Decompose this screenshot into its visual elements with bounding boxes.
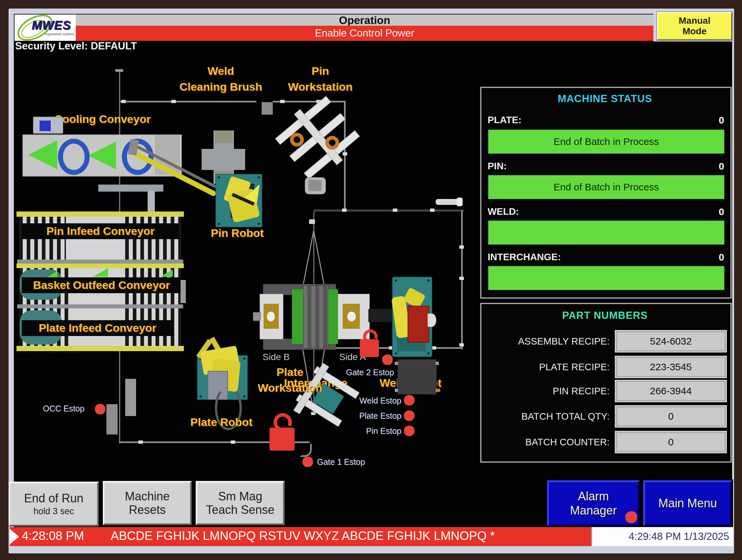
fence-post [393, 209, 398, 212]
fence-post [342, 209, 347, 212]
conveyor-rail [16, 264, 184, 268]
conveyor-bracket [180, 280, 186, 303]
interchange-column [303, 285, 328, 348]
fence-post [231, 440, 235, 444]
side-a-part [347, 312, 356, 322]
cabinet-foot [395, 389, 398, 392]
weld-estop-label: Weld Estop [356, 396, 401, 405]
gate-door-2 [125, 379, 136, 416]
assembly-recipe-value[interactable]: 524-6032 [615, 330, 727, 352]
status-row-bar [488, 266, 725, 290]
machine-resets-button[interactable]: Machine Resets [103, 481, 192, 525]
page-title: Operation [76, 14, 653, 26]
basket-outfeed-label: Basket Outfeed Conveyor [22, 277, 181, 293]
occ-estop-icon [95, 404, 105, 414]
security-level-text: Security Level: DEFAULT [15, 40, 137, 52]
gate1-estop-icon [303, 457, 313, 467]
recipe-row-label: PLATE RECIPE: [484, 362, 610, 373]
fence-post [171, 100, 176, 103]
pin-infeed-label: Pin Infeed Conveyor [22, 223, 179, 239]
batch-counter-value[interactable]: 0 [615, 431, 727, 453]
side-b-part [267, 312, 275, 322]
gate2-estop-icon [382, 354, 393, 365]
cabinet-foot [436, 389, 440, 392]
conveyor-divider [17, 260, 183, 264]
main-menu-button[interactable]: Main Menu [643, 480, 732, 526]
conveyor-direction-arrow-icon [88, 142, 116, 169]
fence-post [121, 100, 126, 103]
interchange-endcap [253, 312, 261, 321]
alarm-manager-label: Alarm Manager [562, 489, 625, 517]
status-row-bar [488, 220, 725, 245]
status-row-count: 0 [692, 161, 724, 172]
control-power-banner: Enable Control Power [76, 26, 653, 41]
ibeam-flange [98, 184, 163, 192]
weld-brush-pad [215, 130, 232, 143]
gate1-estop-label: Gate 1 Estop [317, 457, 365, 467]
pin-robot-label: Pin Robot [206, 227, 269, 239]
alarm-arrow-icon [10, 529, 19, 544]
plate-robot-label: Plate Robot [182, 416, 261, 428]
manual-mode-label: Manual Mode [673, 15, 716, 37]
fence-mid-dark [314, 210, 464, 212]
interchange-green-bar [292, 289, 303, 344]
main-menu-label: Main Menu [658, 496, 717, 510]
status-row-label: PIN: [488, 161, 507, 172]
conveyor-direction-arrow-icon [28, 140, 57, 169]
conveyor-rail [16, 346, 184, 351]
part-ramp-icon [160, 270, 173, 277]
recipe-row-label: PIN RECIPE: [484, 386, 610, 397]
fence-post [430, 209, 435, 212]
fence-post [432, 346, 436, 349]
fence-top-left [119, 101, 256, 103]
conveyor-motor-blue [40, 121, 51, 131]
alarm-message: ABCDE FGHIJK LMNOPQ RSTUV WXYZ ABCDE FGH… [111, 529, 495, 543]
pneumatic-hardware [436, 199, 459, 205]
status-row-count: 0 [692, 206, 724, 217]
cabinet-foot [395, 362, 398, 365]
fence-v-right [461, 211, 463, 349]
part-ramp-icon [46, 271, 57, 278]
status-row-bar: End of Batch in Process [488, 129, 725, 154]
batch-total-qty-value[interactable]: 0 [615, 405, 727, 428]
end-of-run-label: End of Run [24, 492, 84, 505]
weld-robot-body [408, 306, 429, 343]
logo-tagline: engineered systems [45, 32, 74, 36]
pin-workstation-label-2: Workstation [274, 81, 366, 93]
occ-estop-label: OCC Estop [43, 404, 84, 413]
status-row-count: 0 [692, 252, 724, 263]
manual-mode-button[interactable]: Manual Mode [657, 12, 732, 40]
conveyor-ring-icon [58, 139, 90, 175]
recipe-row-label: ASSEMBLY RECIPE: [484, 336, 610, 347]
logo-text: MWES [32, 18, 71, 32]
pneumatic-knob [457, 198, 463, 206]
fence-post [459, 277, 464, 280]
plate-workstation-label-2: Workstation [239, 382, 341, 394]
weld-estop-icon [404, 395, 415, 405]
machine-status-title: MACHINE STATUS [480, 93, 730, 105]
machine-resets-label: Machine Resets [118, 490, 177, 517]
status-row-label: WELD: [488, 206, 519, 217]
tugger-cart-top [308, 180, 322, 191]
sm-mag-label: Sm Mag Teach Sense [206, 490, 275, 517]
recipe-row-label: BATCH TOTAL QTY: [484, 411, 610, 422]
part-ramp-icon [93, 268, 108, 277]
conveyor-rail [16, 212, 184, 217]
fence-post [459, 245, 464, 249]
side-b-label: Side B [260, 352, 292, 362]
pin-estop-icon [404, 426, 415, 436]
status-row-label: PLATE: [488, 115, 522, 125]
cabinet-foot [436, 362, 439, 365]
conveyor-divider [17, 304, 183, 308]
alarm-indicator-icon [625, 511, 637, 523]
plate-recipe-value[interactable]: 223-3545 [615, 356, 727, 378]
pin-recipe-value[interactable]: 266-3944 [615, 380, 727, 402]
fence-post [459, 343, 464, 346]
end-of-run-button[interactable]: End of Run hold 3 sec [9, 482, 99, 526]
gate2-estop-label: Gate 2 Estop [346, 368, 394, 377]
weld-brush-horizontal [202, 149, 245, 170]
pin-estop-label: Pin Estop [356, 426, 401, 436]
plate-estop-label: Plate Estop [356, 411, 401, 421]
sm-mag-teach-sense-button[interactable]: Sm Mag Teach Sense [196, 481, 285, 525]
plate-workstation-label-1: Plate [254, 366, 326, 378]
